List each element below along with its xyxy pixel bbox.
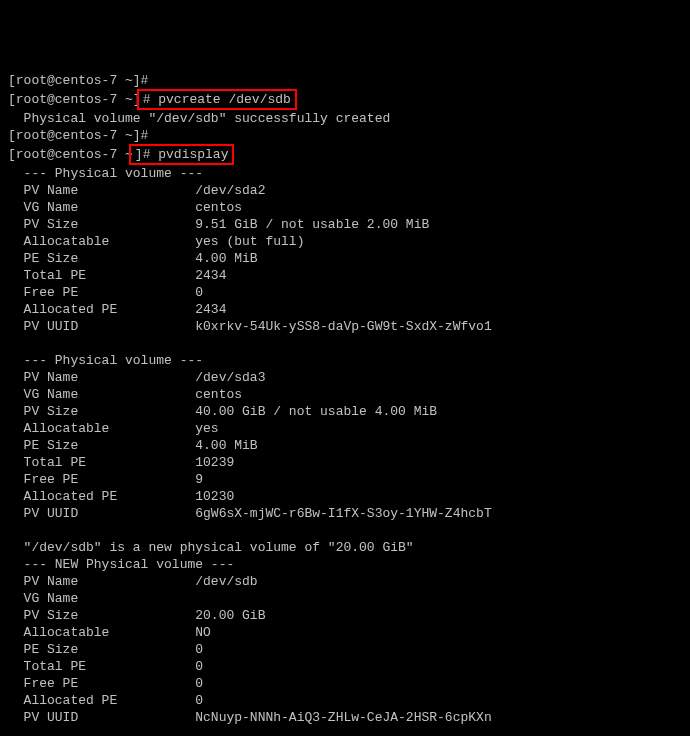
- blank-line: [8, 335, 682, 352]
- pv1-freepe: Free PE 0: [8, 284, 682, 301]
- highlighted-command-pvdisplay: ]# pvdisplay: [129, 144, 235, 165]
- pv3-allocatable: Allocatable NO: [8, 624, 682, 641]
- pv3-vgname: VG Name: [8, 590, 682, 607]
- pv2-uuid: PV UUID 6gW6sX-mjWC-r6Bw-I1fX-S3oy-1YHW-…: [8, 505, 682, 522]
- pv2-header: --- Physical volume ---: [8, 352, 682, 369]
- pv1-name: PV Name /dev/sda2: [8, 182, 682, 199]
- pv2-pesize: PE Size 4.00 MiB: [8, 437, 682, 454]
- pv3-allocpe: Allocated PE 0: [8, 692, 682, 709]
- pv3-newmsg: "/dev/sdb" is a new physical volume of "…: [8, 539, 682, 556]
- pv1-size: PV Size 9.51 GiB / not usable 2.00 MiB: [8, 216, 682, 233]
- prompt-pvdisplay[interactable]: [root@centos-7 ~]# pvdisplay: [8, 144, 682, 165]
- pv3-size: PV Size 20.00 GiB: [8, 607, 682, 624]
- prompt-prefix: [root@centos-7 ~: [8, 147, 133, 162]
- blank-line: [8, 522, 682, 539]
- pv2-name: PV Name /dev/sda3: [8, 369, 682, 386]
- pv1-vgname: VG Name centos: [8, 199, 682, 216]
- pv3-freepe: Free PE 0: [8, 675, 682, 692]
- prompt-pvcreate[interactable]: [root@centos-7 ~]# pvcreate /dev/sdb: [8, 89, 682, 110]
- prompt-prefix: [root@centos-7 ~]: [8, 92, 141, 107]
- highlighted-command-pvcreate: # pvcreate /dev/sdb: [137, 89, 297, 110]
- pv2-allocpe: Allocated PE 10230: [8, 488, 682, 505]
- pv3-totalpe: Total PE 0: [8, 658, 682, 675]
- prompt-line[interactable]: [root@centos-7 ~]#: [8, 72, 682, 89]
- pv1-totalpe: Total PE 2434: [8, 267, 682, 284]
- pv3-pesize: PE Size 0: [8, 641, 682, 658]
- pv2-allocatable: Allocatable yes: [8, 420, 682, 437]
- pv3-header: --- NEW Physical volume ---: [8, 556, 682, 573]
- pv3-uuid: PV UUID NcNuyp-NNNh-AiQ3-ZHLw-CeJA-2HSR-…: [8, 709, 682, 726]
- pv1-allocatable: Allocatable yes (but full): [8, 233, 682, 250]
- pv2-totalpe: Total PE 10239: [8, 454, 682, 471]
- pv3-name: PV Name /dev/sdb: [8, 573, 682, 590]
- pv2-freepe: Free PE 9: [8, 471, 682, 488]
- prompt-line[interactable]: [root@centos-7 ~]#: [8, 127, 682, 144]
- pv2-size: PV Size 40.00 GiB / not usable 4.00 MiB: [8, 403, 682, 420]
- blank-line: [8, 726, 682, 736]
- pv2-vgname: VG Name centos: [8, 386, 682, 403]
- pv1-allocpe: Allocated PE 2434: [8, 301, 682, 318]
- pv1-pesize: PE Size 4.00 MiB: [8, 250, 682, 267]
- pv1-header: --- Physical volume ---: [8, 165, 682, 182]
- pv1-uuid: PV UUID k0xrkv-54Uk-ySS8-daVp-GW9t-SxdX-…: [8, 318, 682, 335]
- output-pvcreate-success: Physical volume "/dev/sdb" successfully …: [8, 110, 682, 127]
